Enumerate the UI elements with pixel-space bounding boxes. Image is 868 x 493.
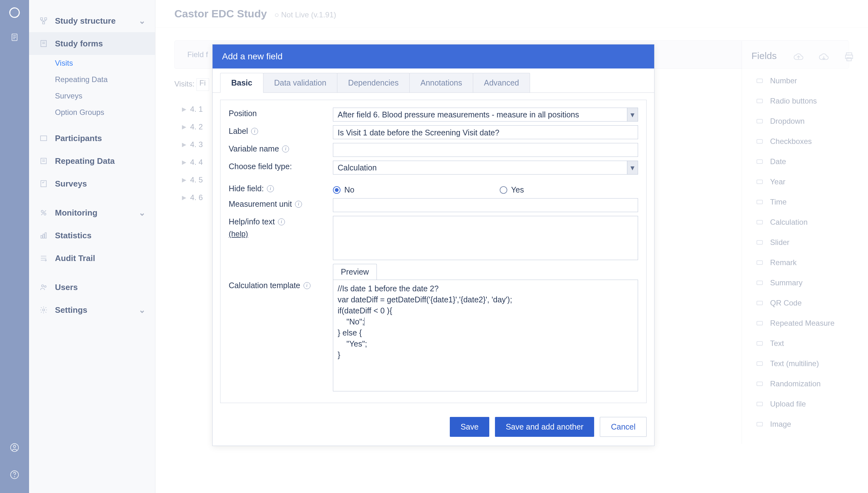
form-panel: Position After field 6. Blood pressure m…: [220, 100, 646, 403]
field-type-item[interactable]: Calculation: [751, 212, 862, 232]
variable-name-input[interactable]: [333, 143, 638, 157]
svg-rect-36: [757, 160, 763, 164]
tab-advanced[interactable]: Advanced: [473, 73, 530, 92]
tab-annotations[interactable]: Annotations: [409, 73, 473, 92]
sidebar-sub-visits[interactable]: Visits: [29, 55, 155, 71]
modal-title: Add a new field: [212, 44, 654, 68]
field-type-item[interactable]: Checkboxes: [751, 131, 862, 151]
calculation-template-textarea[interactable]: //Is date 1 before the date 2? var dateD…: [333, 280, 638, 391]
svg-point-19: [41, 210, 43, 212]
field-type-item[interactable]: Upload file: [751, 394, 862, 414]
field-type-select[interactable]: Calculation ▾: [333, 160, 638, 174]
sidebar-item-study-forms[interactable]: Study forms: [29, 32, 155, 55]
left-icon-rail: [0, 0, 29, 493]
field-type-item[interactable]: Time: [751, 192, 862, 212]
app-logo-icon[interactable]: [8, 6, 21, 19]
sidebar-item-statistics[interactable]: Statistics: [29, 224, 155, 247]
svg-point-5: [13, 445, 16, 448]
measurement-unit-input[interactable]: [333, 198, 638, 212]
field-type-item[interactable]: Remark: [751, 253, 862, 273]
visits-input[interactable]: Fi: [197, 78, 209, 91]
svg-rect-49: [757, 422, 763, 426]
participants-icon: [39, 133, 49, 143]
monitoring-icon: [39, 208, 49, 218]
sidebar-item-study-structure[interactable]: Study structure ⌄: [29, 9, 155, 32]
hide-field-no-radio[interactable]: No: [333, 185, 354, 194]
info-icon[interactable]: i: [282, 146, 289, 152]
sidebar-sub-option-groups[interactable]: Option Groups: [29, 104, 155, 121]
user-profile-icon[interactable]: [9, 442, 20, 453]
svg-rect-42: [757, 281, 763, 285]
triangle-icon: ▶: [182, 194, 186, 201]
label-help: Help/info texti (help): [229, 216, 333, 238]
preview-button[interactable]: Preview: [333, 264, 377, 280]
info-icon[interactable]: i: [251, 128, 258, 135]
field-type-item[interactable]: Randomization: [751, 374, 862, 394]
structure-icon: [39, 16, 49, 26]
hide-field-yes-radio[interactable]: Yes: [500, 185, 524, 194]
field-type-item[interactable]: Radio buttons: [751, 91, 862, 111]
sidebar-label: Repeating Data: [55, 156, 115, 166]
field-type-item[interactable]: Date: [751, 151, 862, 172]
sidebar-item-participants[interactable]: Participants: [29, 127, 155, 150]
chevron-down-icon: ⌄: [139, 208, 146, 218]
tab-dependencies[interactable]: Dependencies: [337, 73, 410, 92]
field-type-item[interactable]: Number: [751, 71, 862, 91]
triangle-icon: ▶: [182, 106, 186, 113]
field-type-item[interactable]: Summary: [751, 273, 862, 293]
label-input[interactable]: Is Visit 1 date before the Screening Vis…: [333, 125, 638, 139]
field-type-icon: [755, 298, 764, 308]
field-type-icon: [755, 339, 764, 348]
save-button[interactable]: Save: [450, 417, 489, 437]
chevron-down-icon: ⌄: [139, 16, 146, 26]
radio-checked-icon: [333, 186, 340, 194]
position-select[interactable]: After field 6. Blood pressure measuremen…: [333, 108, 638, 122]
info-icon[interactable]: i: [295, 201, 302, 208]
help-link[interactable]: (help): [229, 230, 333, 238]
sidebar-item-repeating-data[interactable]: Repeating Data: [29, 150, 155, 172]
svg-rect-38: [757, 200, 763, 204]
field-type-item[interactable]: Repeated Measure: [751, 313, 862, 333]
field-type-icon: [755, 157, 764, 166]
field-type-item[interactable]: Text: [751, 333, 862, 353]
sidebar-sub-repeating-data[interactable]: Repeating Data: [29, 71, 155, 88]
field-type-item[interactable]: Slider: [751, 232, 862, 253]
tab-basic[interactable]: Basic: [220, 73, 264, 93]
info-icon[interactable]: i: [304, 282, 310, 289]
cancel-button[interactable]: Cancel: [600, 417, 646, 437]
sidebar-item-audit-trail[interactable]: Audit Trail: [29, 247, 155, 270]
field-type-item[interactable]: Dropdown: [751, 111, 862, 131]
field-type-item[interactable]: Year: [751, 172, 862, 192]
label-position: Position: [229, 108, 333, 118]
info-icon[interactable]: i: [278, 218, 285, 226]
field-type-item[interactable]: Image: [751, 414, 862, 434]
help-info-textarea[interactable]: [333, 216, 638, 260]
radio-unchecked-icon: [500, 186, 507, 194]
users-icon: [39, 282, 49, 292]
chevron-down-icon: ⌄: [139, 305, 146, 315]
field-type-item[interactable]: QR Code: [751, 293, 862, 313]
sidebar-sub-surveys[interactable]: Surveys: [29, 88, 155, 104]
dropdown-icon: ▾: [627, 161, 638, 174]
sidebar-item-surveys[interactable]: Surveys: [29, 172, 155, 195]
page-title: Castor EDC Study: [174, 7, 267, 20]
sidebar-item-monitoring[interactable]: Monitoring ⌄: [29, 201, 155, 224]
svg-rect-9: [44, 18, 47, 20]
info-icon[interactable]: i: [267, 185, 274, 192]
svg-point-20: [44, 213, 46, 215]
label-variable: Variable namei: [229, 143, 333, 153]
field-type-icon: [755, 359, 764, 368]
tab-data-validation[interactable]: Data validation: [263, 73, 337, 92]
svg-rect-23: [43, 234, 44, 238]
clipboard-icon[interactable]: [9, 31, 20, 43]
sidebar-item-settings[interactable]: Settings ⌄: [29, 299, 155, 321]
label-calc: Calculation templatei: [229, 280, 333, 290]
save-add-another-button[interactable]: Save and add another: [495, 417, 594, 437]
sidebar: Study structure ⌄ Study forms Visits Rep…: [29, 0, 156, 493]
svg-rect-22: [41, 235, 42, 238]
field-type-item[interactable]: Text (multiline): [751, 353, 862, 374]
field-type-icon: [755, 379, 764, 388]
help-icon[interactable]: [9, 469, 20, 480]
audit-icon: [39, 253, 49, 263]
sidebar-item-users[interactable]: Users: [29, 276, 155, 299]
